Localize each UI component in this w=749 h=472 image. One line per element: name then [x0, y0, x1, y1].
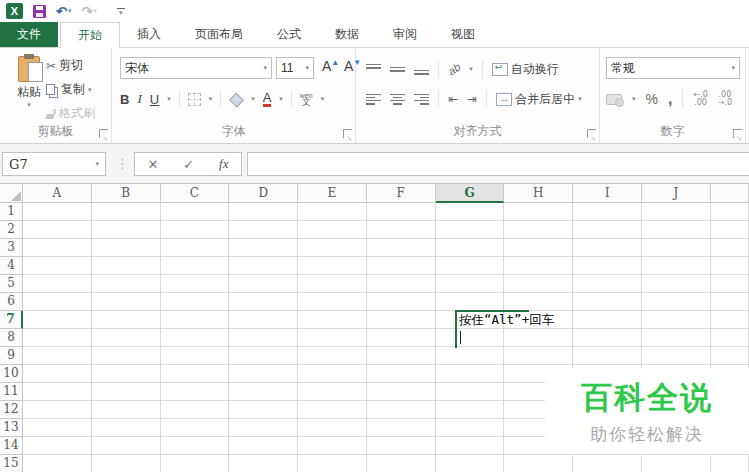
cell-E11[interactable] — [298, 383, 367, 401]
cell-F4[interactable] — [367, 257, 436, 275]
cell-D2[interactable] — [229, 221, 298, 239]
cell-C12[interactable] — [161, 401, 230, 419]
cell-E4[interactable] — [298, 257, 367, 275]
chevron-down-icon[interactable]: ▾ — [632, 95, 636, 103]
cell-F6[interactable] — [367, 293, 436, 311]
cell-B7[interactable] — [92, 311, 161, 329]
dialog-launcher-icon[interactable] — [733, 129, 742, 138]
chevron-down-icon[interactable]: ▾ — [263, 64, 267, 72]
formula-input[interactable] — [247, 152, 749, 176]
cell-A12[interactable] — [23, 401, 92, 419]
ribbon-tab-3[interactable]: 公式 — [260, 22, 318, 47]
chevron-down-icon[interactable]: ▾ — [209, 95, 213, 103]
cell-D10[interactable] — [229, 365, 298, 383]
cell-F11[interactable] — [367, 383, 436, 401]
cancel-icon[interactable]: ✕ — [147, 157, 158, 172]
cell-C5[interactable] — [161, 275, 230, 293]
chevron-down-icon[interactable]: ▾ — [469, 65, 473, 73]
cell-J2[interactable] — [642, 221, 711, 239]
cell-J3[interactable] — [642, 239, 711, 257]
cell-H5[interactable] — [504, 275, 573, 293]
cell-F2[interactable] — [367, 221, 436, 239]
formula-bar-handle[interactable]: ⋮ — [116, 156, 129, 171]
chevron-down-icon[interactable]: ▾ — [95, 160, 99, 168]
fill-color-icon[interactable] — [229, 93, 243, 105]
cell-D3[interactable] — [229, 239, 298, 257]
cell-E14[interactable] — [298, 437, 367, 455]
cell-G5[interactable] — [436, 275, 505, 293]
cell-partial-7[interactable] — [711, 311, 749, 329]
cell-H1[interactable] — [504, 203, 573, 221]
cell-I9[interactable] — [573, 347, 642, 365]
chevron-down-icon[interactable]: ▾ — [251, 95, 255, 103]
align-left-icon[interactable] — [366, 94, 381, 105]
cell-E13[interactable] — [298, 419, 367, 437]
cell-D5[interactable] — [229, 275, 298, 293]
font-color-button[interactable]: A — [263, 92, 272, 107]
cell-I6[interactable] — [573, 293, 642, 311]
ribbon-tab-4[interactable]: 数据 — [318, 22, 376, 47]
cell-H4[interactable] — [504, 257, 573, 275]
row-header-12[interactable]: 12 — [0, 401, 23, 419]
chevron-down-icon[interactable]: ▾ — [578, 95, 582, 103]
cell-A2[interactable] — [23, 221, 92, 239]
cell-D11[interactable] — [229, 383, 298, 401]
cell-G15[interactable] — [436, 455, 505, 472]
active-cell-text[interactable]: 按住“Alt”+回车 — [459, 312, 554, 328]
column-header-partial[interactable] — [711, 184, 749, 203]
decrease-decimal-button[interactable]: .00 →.0 — [718, 91, 732, 107]
cell-B3[interactable] — [92, 239, 161, 257]
cell-C11[interactable] — [161, 383, 230, 401]
cell-C14[interactable] — [161, 437, 230, 455]
cell-G13[interactable] — [436, 419, 505, 437]
cell-partial-2[interactable] — [711, 221, 749, 239]
cell-D8[interactable] — [229, 329, 298, 347]
cell-partial-8[interactable] — [711, 329, 749, 347]
decrease-indent-icon[interactable]: ⇤ — [448, 92, 458, 106]
tab-file[interactable]: 文件 — [0, 22, 58, 47]
cell-E10[interactable] — [298, 365, 367, 383]
ribbon-tab-2[interactable]: 页面布局 — [178, 22, 260, 47]
increase-indent-icon[interactable]: ⇥ — [467, 92, 477, 106]
paste-button[interactable]: 粘贴 ▾ — [10, 56, 48, 109]
cell-C10[interactable] — [161, 365, 230, 383]
cell-J5[interactable] — [642, 275, 711, 293]
cell-A1[interactable] — [23, 203, 92, 221]
cell-partial-9[interactable] — [711, 347, 749, 365]
cell-F10[interactable] — [367, 365, 436, 383]
cell-F9[interactable] — [367, 347, 436, 365]
cell-F12[interactable] — [367, 401, 436, 419]
cell-partial-4[interactable] — [711, 257, 749, 275]
cell-I4[interactable] — [573, 257, 642, 275]
cell-H15[interactable] — [504, 455, 573, 472]
cell-G14[interactable] — [436, 437, 505, 455]
cell-A3[interactable] — [23, 239, 92, 257]
cell-B4[interactable] — [92, 257, 161, 275]
cell-A14[interactable] — [23, 437, 92, 455]
cell-G6[interactable] — [436, 293, 505, 311]
cell-D4[interactable] — [229, 257, 298, 275]
cell-F14[interactable] — [367, 437, 436, 455]
cell-B14[interactable] — [92, 437, 161, 455]
cell-A11[interactable] — [23, 383, 92, 401]
cell-D1[interactable] — [229, 203, 298, 221]
cell-E8[interactable] — [298, 329, 367, 347]
cell-C15[interactable] — [161, 455, 230, 472]
italic-button[interactable]: I — [137, 91, 141, 107]
row-header-5[interactable]: 5 — [0, 275, 23, 293]
chevron-down-icon[interactable]: ▾ — [305, 64, 309, 72]
cell-G10[interactable] — [436, 365, 505, 383]
row-header-9[interactable]: 9 — [0, 347, 23, 365]
cell-B6[interactable] — [92, 293, 161, 311]
align-right-icon[interactable] — [414, 94, 429, 105]
cell-G12[interactable] — [436, 401, 505, 419]
cell-H3[interactable] — [504, 239, 573, 257]
cell-J4[interactable] — [642, 257, 711, 275]
cell-H8[interactable] — [504, 329, 573, 347]
column-header-D[interactable]: D — [229, 184, 298, 203]
customize-quick-access-button[interactable]: ▾ — [117, 8, 125, 15]
cell-E7[interactable] — [298, 311, 367, 329]
cell-D6[interactable] — [229, 293, 298, 311]
cell-A10[interactable] — [23, 365, 92, 383]
cell-E1[interactable] — [298, 203, 367, 221]
